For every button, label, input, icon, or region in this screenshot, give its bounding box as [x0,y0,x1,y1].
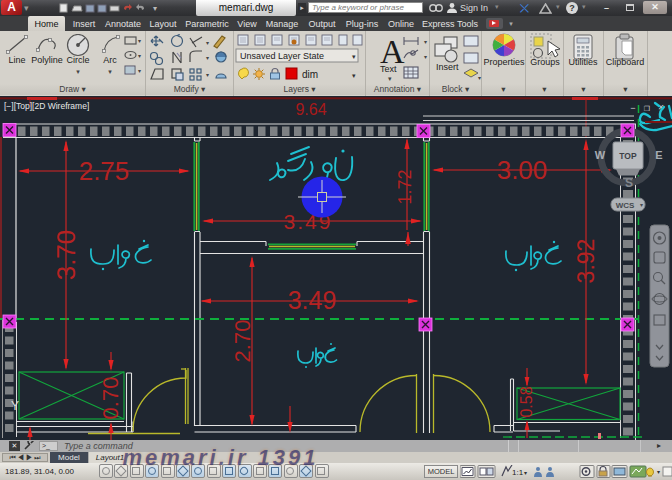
svg-text:W: W [595,149,606,161]
svg-text:E: E [655,149,662,161]
svg-text:0.70: 0.70 [98,377,123,420]
svg-text:[−][Top][2D Wireframe]: [−][Top][2D Wireframe] [4,101,89,111]
svg-text:3.70: 3.70 [51,230,81,281]
svg-text:Clipboard: Clipboard [606,57,645,67]
svg-text:TOP: TOP [619,151,637,161]
svg-text:Text: Text [380,64,397,74]
svg-text:▾: ▾ [424,54,427,60]
svg-text:❐: ❐ [644,105,650,112]
svg-text:▾: ▾ [206,72,209,78]
svg-text:3.92: 3.92 [573,239,599,284]
svg-text:0.58: 0.58 [518,386,535,417]
svg-text:▾: ▾ [478,75,481,81]
svg-text:1:1: 1:1 [512,468,524,477]
svg-text:2.75: 2.75 [79,156,130,186]
svg-text:▾: ▾ [206,55,209,61]
svg-text:▾: ▾ [388,75,392,82]
svg-text:Circle: Circle [66,55,89,65]
svg-text:▾: ▾ [206,40,209,46]
svg-text:Unsaved Layer State: Unsaved Layer State [240,51,324,61]
svg-text:▾: ▾ [640,202,643,208]
svg-text:−: − [630,103,635,113]
svg-text:▾: ▾ [138,38,141,44]
svg-text:▾: ▾ [153,4,157,13]
svg-text:▾: ▾ [352,72,356,79]
svg-text:▾: ▾ [657,469,660,475]
svg-text:Properties: Properties [483,57,525,67]
svg-text:▾: ▾ [352,53,356,60]
svg-text:dim: dim [302,69,318,80]
svg-text:▾: ▾ [76,68,80,75]
svg-text:▾: ▾ [108,68,112,75]
svg-text:▾: ▾ [424,39,427,45]
svg-text:2.70: 2.70 [230,320,255,363]
svg-text:Line: Line [8,55,25,65]
svg-text:Groups: Groups [530,57,560,67]
svg-text:▾: ▾ [524,470,527,476]
svg-text:Y: Y [11,399,19,413]
svg-text:Utilities: Utilities [568,57,598,67]
svg-text:S: S [625,176,633,190]
svg-text:9.64: 9.64 [295,101,326,118]
svg-text:Arc: Arc [103,55,117,65]
svg-text:Insert: Insert [436,62,459,72]
svg-text:Polyline: Polyline [31,55,63,65]
svg-text:▾: ▾ [138,68,141,74]
svg-text:3.00: 3.00 [497,155,548,185]
svg-text:1.72: 1.72 [395,169,415,204]
svg-text:3.49: 3.49 [288,286,337,314]
svg-text:WCS: WCS [616,201,635,210]
svg-text:▾: ▾ [138,53,141,59]
